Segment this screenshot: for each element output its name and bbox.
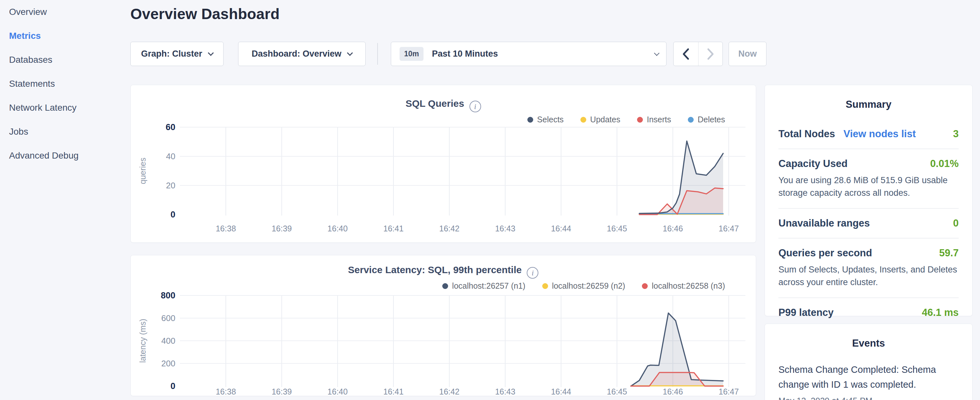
service-latency-chart-title: Service Latency: SQL, 99th percentile <box>348 265 522 275</box>
time-step-back-button[interactable] <box>674 42 698 66</box>
chevron-down-icon <box>654 50 659 56</box>
legend-label: localhost:26259 (n2) <box>552 281 625 291</box>
sidebar-nav: OverviewMetricsDatabasesStatementsNetwor… <box>9 7 119 175</box>
summary-row-value: 0.01% <box>930 158 959 170</box>
summary-row: Capacity Used0.01%You are using 28.6 MiB… <box>778 148 959 208</box>
legend-label: localhost:26257 (n1) <box>452 281 525 291</box>
service-latency-legend: localhost:26257 (n1)localhost:26259 (n2)… <box>442 281 725 291</box>
summary-row-label: Total Nodes <box>778 128 835 140</box>
summary-row-label: Unavailable ranges <box>778 217 870 229</box>
svg-text:latency (ms): latency (ms) <box>138 319 147 363</box>
svg-text:16:45: 16:45 <box>607 224 627 233</box>
graph-dropdown-label: Graph: Cluster <box>141 49 202 59</box>
legend-item: Deletes <box>688 115 725 124</box>
svg-text:400: 400 <box>161 336 175 346</box>
time-window-select[interactable]: 10m Past 10 Minutes <box>391 42 667 66</box>
summary-row-label: Queries per second <box>778 247 872 259</box>
svg-text:16:38: 16:38 <box>216 387 236 396</box>
svg-text:16:43: 16:43 <box>495 387 515 396</box>
svg-text:queries: queries <box>138 158 147 184</box>
chart-title-row: SQL Queriesi <box>131 98 756 112</box>
sidebar-item-metrics[interactable]: Metrics <box>9 31 119 40</box>
time-step-forward-button[interactable] <box>698 42 723 66</box>
page-title: Overview Dashboard <box>130 5 280 23</box>
events-list: Schema Change Completed: Schema change w… <box>778 362 959 400</box>
sidebar-item-jobs[interactable]: Jobs <box>9 127 119 136</box>
dashboard-dropdown[interactable]: Dashboard: Overview <box>238 42 366 66</box>
controls-bar: Graph: Cluster Dashboard: Overview 10m P… <box>130 42 778 66</box>
svg-text:40: 40 <box>166 151 175 161</box>
now-button-label: Now <box>738 49 757 59</box>
svg-text:16:42: 16:42 <box>439 387 460 396</box>
sidebar-item-databases[interactable]: Databases <box>9 55 119 64</box>
time-window-badge: 10m <box>399 47 423 61</box>
legend-dot-icon <box>442 283 448 289</box>
graph-dropdown[interactable]: Graph: Cluster <box>130 42 224 66</box>
summary-row: P99 latency46.1 ms <box>778 297 959 327</box>
svg-text:200: 200 <box>161 359 175 368</box>
legend-label: Inserts <box>647 115 671 124</box>
svg-text:600: 600 <box>161 313 175 323</box>
chart-title-row: Service Latency: SQL, 99th percentilei <box>131 265 756 279</box>
svg-text:16:38: 16:38 <box>216 224 236 233</box>
time-window-label: Past 10 Minutes <box>432 49 498 59</box>
chevron-down-icon <box>208 50 213 56</box>
svg-text:16:44: 16:44 <box>551 387 571 396</box>
sidebar-item-statements[interactable]: Statements <box>9 79 119 88</box>
sidebar-item-advanced-debug[interactable]: Advanced Debug <box>9 151 119 160</box>
svg-text:16:41: 16:41 <box>383 224 404 233</box>
summary-row: Unavailable ranges0 <box>778 208 959 238</box>
sidebar-item-network-latency[interactable]: Network Latency <box>9 103 119 112</box>
chevron-right-icon <box>706 48 714 60</box>
summary-row-description: You are using 28.6 MiB of 515.9 GiB usab… <box>778 174 959 199</box>
legend-item: localhost:26257 (n1) <box>442 281 525 291</box>
chevron-down-icon <box>347 50 353 56</box>
events-panel: Events Schema Change Completed: Schema c… <box>765 324 972 400</box>
svg-text:800: 800 <box>161 291 175 300</box>
summary-panel: Summary Total NodesView nodes list3Capac… <box>765 85 972 316</box>
svg-text:16:40: 16:40 <box>328 224 348 233</box>
legend-label: Deletes <box>698 115 725 124</box>
event-timestamp: May 13, 2020 at 4:45 PM <box>778 396 959 400</box>
svg-text:16:44: 16:44 <box>551 224 571 233</box>
svg-text:60: 60 <box>165 122 175 132</box>
legend-label: Selects <box>537 115 563 124</box>
legend-item: Updates <box>581 115 620 124</box>
svg-text:16:43: 16:43 <box>495 224 515 233</box>
legend-item: localhost:26259 (n2) <box>542 281 625 291</box>
summary-row-label: Capacity Used <box>778 158 848 170</box>
svg-text:20: 20 <box>166 180 175 190</box>
svg-text:16:45: 16:45 <box>607 387 627 396</box>
summary-row-value: 46.1 ms <box>922 307 959 319</box>
legend-item: Inserts <box>637 115 671 124</box>
now-button[interactable]: Now <box>729 42 767 66</box>
summary-row: Queries per second59.7Sum of Selects, Up… <box>778 238 959 297</box>
service-latency-chart-card: 16:3816:3916:4016:4116:4216:4316:4416:45… <box>130 255 756 396</box>
legend-label: Updates <box>590 115 620 124</box>
svg-text:16:40: 16:40 <box>328 387 348 396</box>
svg-text:16:42: 16:42 <box>439 224 460 233</box>
view-nodes-list-link[interactable]: View nodes list <box>843 128 916 140</box>
svg-text:16:41: 16:41 <box>383 387 404 396</box>
svg-text:16:47: 16:47 <box>719 387 739 396</box>
svg-text:16:46: 16:46 <box>663 224 683 233</box>
event-text: Schema Change Completed: Schema change w… <box>778 362 959 392</box>
svg-text:16:47: 16:47 <box>719 224 739 233</box>
legend-dot-icon <box>542 283 548 289</box>
legend-label: localhost:26258 (n3) <box>652 281 725 291</box>
legend-dot-icon <box>642 283 648 289</box>
sql-queries-chart-card: 16:3816:3916:4016:4116:4216:4316:4416:45… <box>130 85 756 243</box>
legend-dot-icon <box>527 117 533 123</box>
summary-row: Total NodesView nodes list3 <box>778 120 959 148</box>
svg-text:0: 0 <box>170 210 175 220</box>
summary-row-description: Sum of Selects, Updates, Inserts, and De… <box>778 263 959 288</box>
event-item[interactable]: Schema Change Completed: Schema change w… <box>778 362 959 400</box>
sidebar-item-overview[interactable]: Overview <box>9 7 119 16</box>
dashboard-dropdown-label: Dashboard: Overview <box>252 49 342 59</box>
info-icon[interactable]: i <box>469 100 481 112</box>
summary-row-value: 0 <box>953 217 959 229</box>
info-icon[interactable]: i <box>527 267 538 279</box>
summary-row-label: P99 latency <box>778 307 834 319</box>
svg-text:16:46: 16:46 <box>663 387 683 396</box>
time-step-buttons <box>673 42 723 66</box>
